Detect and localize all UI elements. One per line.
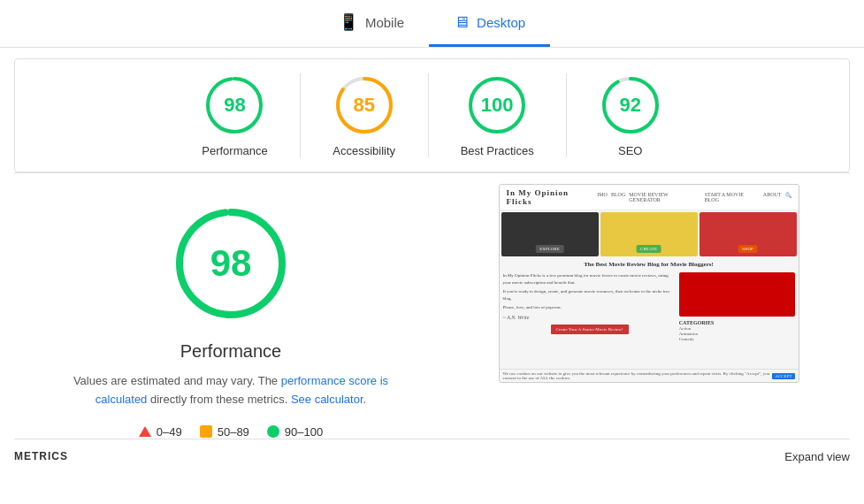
fake-logo: In My Opinion Flicks — [507, 188, 598, 206]
performance-circle: 98 — [203, 73, 266, 137]
tab-mobile[interactable]: 📱 Mobile — [314, 0, 429, 47]
fake-explore-btn: EXPLORE — [535, 245, 564, 253]
big-performance-circle: 98 — [169, 202, 293, 325]
big-performance-value: 98 — [169, 202, 293, 325]
fake-hero-box-3: SHOP — [700, 212, 797, 256]
performance-label: Performance — [202, 144, 267, 157]
scores-divider — [14, 172, 850, 173]
pass-icon — [267, 425, 279, 438]
pass-range: 90–100 — [285, 425, 323, 439]
seo-label: SEO — [618, 144, 642, 157]
fake-body-right: CATEGORIES Action Animation Comedy — [679, 272, 795, 367]
fake-body: In My Opinion Flicks is a free premium b… — [500, 271, 799, 369]
fake-hero-box-1: EXPLORE — [501, 212, 599, 256]
left-panel: 98 Performance Values are estimated and … — [14, 184, 447, 439]
tab-mobile-label: Mobile — [365, 15, 404, 30]
fake-site-header: In My Opinion Flicks IMO BLOG MOVIE REVI… — [500, 185, 799, 210]
fake-nav: IMO BLOG MOVIE REVIEW GENERATOR START A … — [597, 192, 791, 202]
best-practices-value: 100 — [465, 73, 529, 137]
mobile-icon: 📱 — [339, 12, 358, 32]
performance-description: Values are estimated and may vary. The p… — [63, 372, 399, 409]
calculator-link[interactable]: See calculator — [291, 393, 363, 406]
fake-footer-bar: We use cookies on our website to give yo… — [500, 369, 799, 382]
expand-view-button[interactable]: Expand view — [784, 450, 850, 463]
desc-prefix: Values are estimated and may vary. The — [73, 374, 281, 387]
metrics-label: METRICS — [14, 450, 68, 462]
fake-accept-btn: ACCEPT — [772, 373, 794, 379]
fail-range: 0–49 — [157, 425, 182, 439]
fail-icon — [139, 426, 151, 437]
desktop-icon: 🖥 — [454, 13, 470, 32]
fake-hero-box-2: CREATE — [600, 212, 698, 256]
tab-desktop-label: Desktop — [477, 15, 525, 30]
score-cards-section: 98 Performance 85 Accessibility 100 Best… — [14, 58, 850, 172]
score-card-accessibility[interactable]: 85 Accessibility — [301, 73, 429, 157]
tab-desktop[interactable]: 🖥 Desktop — [429, 0, 550, 47]
fake-body-left: In My Opinion Flicks is a free premium b… — [503, 272, 677, 367]
legend-average: 50–89 — [200, 425, 249, 439]
fake-img-box — [679, 272, 795, 317]
tabs-bar: 📱 Mobile 🖥 Desktop — [0, 0, 864, 48]
desc-middle: directly from these metrics. — [147, 393, 291, 406]
accessibility-circle: 85 — [333, 73, 396, 137]
score-card-best-practices[interactable]: 100 Best Practices — [429, 73, 567, 157]
accessibility-label: Accessibility — [333, 144, 395, 157]
fake-create-btn: CREATE — [636, 245, 661, 253]
best-practices-label: Best Practices — [461, 144, 534, 157]
fake-hero-row: EXPLORE CREATE SHOP — [500, 210, 799, 258]
average-icon — [200, 425, 212, 438]
accessibility-value: 85 — [333, 73, 396, 137]
score-card-performance[interactable]: 98 Performance — [170, 73, 300, 157]
legend: 0–49 50–89 90–100 — [139, 425, 323, 439]
fake-cta-btn: Create Your A-Starter Movie Review! — [551, 325, 629, 334]
metrics-bar: METRICS Expand view — [14, 439, 850, 463]
website-preview: In My Opinion Flicks IMO BLOG MOVIE REVI… — [499, 184, 799, 383]
fake-tagline: The Best Movie Review Blog for Movie Blo… — [500, 258, 799, 271]
best-practices-circle: 100 — [465, 73, 529, 137]
seo-circle: 92 — [599, 73, 662, 137]
average-range: 50–89 — [218, 425, 249, 439]
right-panel: In My Opinion Flicks IMO BLOG MOVIE REVI… — [447, 184, 850, 439]
desc-suffix: . — [363, 393, 367, 406]
legend-fail: 0–49 — [139, 425, 182, 439]
score-card-seo[interactable]: 92 SEO — [567, 73, 694, 157]
fake-shop-btn: SHOP — [738, 245, 758, 253]
performance-title: Performance — [180, 341, 282, 362]
seo-value: 92 — [599, 73, 662, 137]
fake-website: In My Opinion Flicks IMO BLOG MOVIE REVI… — [500, 185, 799, 382]
performance-value: 98 — [203, 73, 266, 137]
legend-pass: 90–100 — [267, 425, 323, 439]
main-content: 98 Performance Values are estimated and … — [14, 184, 850, 439]
